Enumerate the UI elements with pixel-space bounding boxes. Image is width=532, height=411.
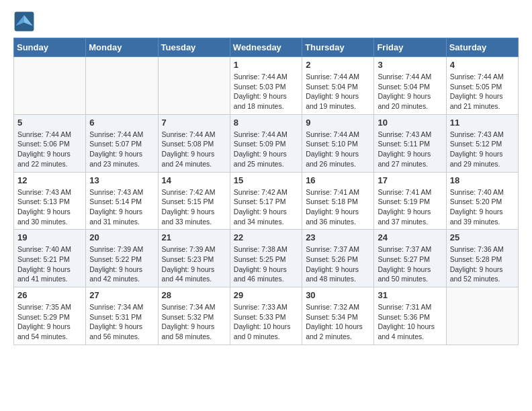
day-number: 6 <box>89 118 154 128</box>
calendar-cell: 28Sunrise: 7:34 AM Sunset: 5:32 PM Dayli… <box>158 287 230 345</box>
day-number: 8 <box>234 118 298 128</box>
calendar-cell: 25Sunrise: 7:36 AM Sunset: 5:28 PM Dayli… <box>446 230 518 287</box>
calendar-cell <box>446 287 518 345</box>
day-number: 10 <box>378 118 442 128</box>
header <box>13 11 519 32</box>
page-container: SundayMondayTuesdayWednesdayThursdayFrid… <box>0 0 532 352</box>
calendar-header-row: SundayMondayTuesdayWednesdayThursdayFrid… <box>14 38 519 57</box>
calendar-cell: 7Sunrise: 7:44 AM Sunset: 5:08 PM Daylig… <box>158 114 230 172</box>
calendar-cell: 9Sunrise: 7:44 AM Sunset: 5:10 PM Daylig… <box>302 114 374 172</box>
day-number: 17 <box>378 175 442 185</box>
calendar-cell: 23Sunrise: 7:37 AM Sunset: 5:26 PM Dayli… <box>302 230 374 287</box>
day-number: 1 <box>234 60 298 70</box>
day-content: Sunrise: 7:43 AM Sunset: 5:13 PM Dayligh… <box>17 187 82 227</box>
calendar-cell: 8Sunrise: 7:44 AM Sunset: 5:09 PM Daylig… <box>230 114 302 172</box>
calendar-cell: 15Sunrise: 7:42 AM Sunset: 5:17 PM Dayli… <box>230 172 302 230</box>
day-number: 20 <box>89 232 154 242</box>
day-content: Sunrise: 7:33 AM Sunset: 5:33 PM Dayligh… <box>234 302 298 342</box>
calendar-cell: 16Sunrise: 7:41 AM Sunset: 5:18 PM Dayli… <box>302 172 374 230</box>
day-content: Sunrise: 7:44 AM Sunset: 5:09 PM Dayligh… <box>234 130 298 169</box>
day-number: 21 <box>162 232 226 242</box>
day-number: 11 <box>450 118 515 128</box>
calendar-cell: 31Sunrise: 7:31 AM Sunset: 5:36 PM Dayli… <box>374 287 446 345</box>
day-content: Sunrise: 7:42 AM Sunset: 5:17 PM Dayligh… <box>234 187 298 227</box>
col-header-saturday: Saturday <box>446 38 518 57</box>
day-number: 16 <box>306 175 370 185</box>
day-number: 27 <box>89 290 154 300</box>
calendar-cell: 18Sunrise: 7:40 AM Sunset: 5:20 PM Dayli… <box>446 172 518 230</box>
day-number: 19 <box>17 232 82 242</box>
day-content: Sunrise: 7:38 AM Sunset: 5:25 PM Dayligh… <box>234 244 298 284</box>
calendar-cell: 21Sunrise: 7:39 AM Sunset: 5:23 PM Dayli… <box>158 230 230 287</box>
calendar-cell: 12Sunrise: 7:43 AM Sunset: 5:13 PM Dayli… <box>14 172 86 230</box>
day-number: 26 <box>17 290 82 300</box>
calendar-cell: 13Sunrise: 7:43 AM Sunset: 5:14 PM Dayli… <box>86 172 158 230</box>
day-content: Sunrise: 7:32 AM Sunset: 5:34 PM Dayligh… <box>306 302 370 342</box>
day-content: Sunrise: 7:31 AM Sunset: 5:36 PM Dayligh… <box>378 302 442 342</box>
calendar-cell: 11Sunrise: 7:43 AM Sunset: 5:12 PM Dayli… <box>446 114 518 172</box>
calendar-cell: 17Sunrise: 7:41 AM Sunset: 5:19 PM Dayli… <box>374 172 446 230</box>
day-content: Sunrise: 7:44 AM Sunset: 5:04 PM Dayligh… <box>306 72 370 111</box>
calendar-cell: 2Sunrise: 7:44 AM Sunset: 5:04 PM Daylig… <box>302 57 374 115</box>
day-content: Sunrise: 7:40 AM Sunset: 5:20 PM Dayligh… <box>450 187 515 227</box>
calendar-cell: 24Sunrise: 7:37 AM Sunset: 5:27 PM Dayli… <box>374 230 446 287</box>
calendar-week-row: 26Sunrise: 7:35 AM Sunset: 5:29 PM Dayli… <box>14 287 519 345</box>
col-header-sunday: Sunday <box>14 38 86 57</box>
col-header-friday: Friday <box>374 38 446 57</box>
day-number: 4 <box>450 60 515 70</box>
day-number: 25 <box>450 232 515 242</box>
calendar-cell: 20Sunrise: 7:39 AM Sunset: 5:22 PM Dayli… <box>86 230 158 287</box>
day-content: Sunrise: 7:43 AM Sunset: 5:12 PM Dayligh… <box>450 130 515 169</box>
day-content: Sunrise: 7:42 AM Sunset: 5:15 PM Dayligh… <box>162 187 226 227</box>
day-content: Sunrise: 7:39 AM Sunset: 5:23 PM Dayligh… <box>162 244 226 284</box>
day-number: 24 <box>378 232 442 242</box>
calendar-cell: 27Sunrise: 7:34 AM Sunset: 5:31 PM Dayli… <box>86 287 158 345</box>
day-content: Sunrise: 7:44 AM Sunset: 5:03 PM Dayligh… <box>234 72 298 111</box>
day-content: Sunrise: 7:43 AM Sunset: 5:14 PM Dayligh… <box>89 187 154 227</box>
col-header-tuesday: Tuesday <box>158 38 230 57</box>
day-content: Sunrise: 7:41 AM Sunset: 5:18 PM Dayligh… <box>306 187 370 227</box>
day-number: 23 <box>306 232 370 242</box>
day-number: 9 <box>306 118 370 128</box>
calendar-cell: 19Sunrise: 7:40 AM Sunset: 5:21 PM Dayli… <box>14 230 86 287</box>
day-content: Sunrise: 7:34 AM Sunset: 5:32 PM Dayligh… <box>162 302 226 342</box>
day-number: 15 <box>234 175 298 185</box>
day-number: 31 <box>378 290 442 300</box>
calendar-cell: 5Sunrise: 7:44 AM Sunset: 5:06 PM Daylig… <box>14 114 86 172</box>
day-content: Sunrise: 7:44 AM Sunset: 5:05 PM Dayligh… <box>450 72 515 111</box>
col-header-thursday: Thursday <box>302 38 374 57</box>
calendar-cell: 26Sunrise: 7:35 AM Sunset: 5:29 PM Dayli… <box>14 287 86 345</box>
day-content: Sunrise: 7:44 AM Sunset: 5:04 PM Dayligh… <box>378 72 442 111</box>
logo-icon <box>13 11 35 32</box>
day-number: 22 <box>234 232 298 242</box>
day-content: Sunrise: 7:37 AM Sunset: 5:26 PM Dayligh… <box>306 244 370 284</box>
day-content: Sunrise: 7:44 AM Sunset: 5:06 PM Dayligh… <box>17 130 82 169</box>
day-number: 3 <box>378 60 442 70</box>
day-content: Sunrise: 7:35 AM Sunset: 5:29 PM Dayligh… <box>17 302 82 342</box>
calendar-cell: 22Sunrise: 7:38 AM Sunset: 5:25 PM Dayli… <box>230 230 302 287</box>
day-content: Sunrise: 7:39 AM Sunset: 5:22 PM Dayligh… <box>89 244 154 284</box>
day-number: 7 <box>162 118 226 128</box>
day-content: Sunrise: 7:34 AM Sunset: 5:31 PM Dayligh… <box>89 302 154 342</box>
day-number: 29 <box>234 290 298 300</box>
calendar-week-row: 19Sunrise: 7:40 AM Sunset: 5:21 PM Dayli… <box>14 230 519 287</box>
calendar-cell: 3Sunrise: 7:44 AM Sunset: 5:04 PM Daylig… <box>374 57 446 115</box>
day-content: Sunrise: 7:41 AM Sunset: 5:19 PM Dayligh… <box>378 187 442 227</box>
day-number: 13 <box>89 175 154 185</box>
calendar-cell: 4Sunrise: 7:44 AM Sunset: 5:05 PM Daylig… <box>446 57 518 115</box>
day-content: Sunrise: 7:43 AM Sunset: 5:11 PM Dayligh… <box>378 130 442 169</box>
day-number: 14 <box>162 175 226 185</box>
calendar-cell: 30Sunrise: 7:32 AM Sunset: 5:34 PM Dayli… <box>302 287 374 345</box>
calendar-cell: 29Sunrise: 7:33 AM Sunset: 5:33 PM Dayli… <box>230 287 302 345</box>
day-content: Sunrise: 7:44 AM Sunset: 5:08 PM Dayligh… <box>162 130 226 169</box>
day-number: 5 <box>17 118 82 128</box>
day-number: 28 <box>162 290 226 300</box>
logo <box>13 11 38 32</box>
day-content: Sunrise: 7:44 AM Sunset: 5:10 PM Dayligh… <box>306 130 370 169</box>
day-content: Sunrise: 7:37 AM Sunset: 5:27 PM Dayligh… <box>378 244 442 284</box>
calendar-cell: 6Sunrise: 7:44 AM Sunset: 5:07 PM Daylig… <box>86 114 158 172</box>
calendar-table: SundayMondayTuesdayWednesdayThursdayFrid… <box>13 38 519 345</box>
calendar-cell <box>14 57 86 115</box>
calendar-cell <box>158 57 230 115</box>
day-number: 2 <box>306 60 370 70</box>
